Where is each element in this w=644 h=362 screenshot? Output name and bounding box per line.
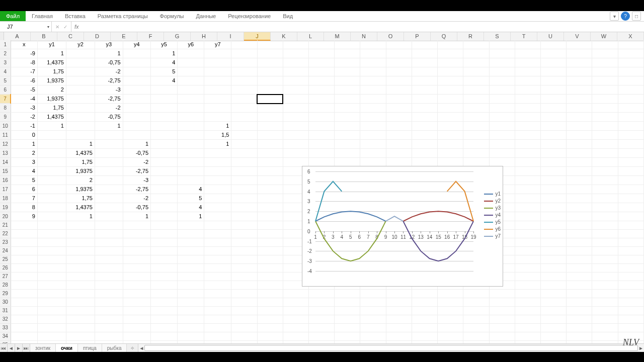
cell[interactable] [204, 212, 231, 221]
cell[interactable] [618, 185, 643, 194]
cell[interactable] [257, 203, 283, 212]
cell[interactable] [257, 307, 283, 315]
cell[interactable] [463, 104, 489, 113]
cell[interactable] [204, 324, 231, 332]
cell[interactable] [178, 158, 204, 167]
cell[interactable] [283, 307, 308, 315]
cell[interactable] [335, 122, 360, 131]
cell[interactable] [618, 40, 643, 49]
cell[interactable] [618, 203, 643, 212]
cell[interactable] [618, 281, 643, 290]
cell[interactable] [540, 230, 566, 238]
cell[interactable]: 5 [11, 176, 37, 185]
cell[interactable] [283, 131, 308, 140]
cell[interactable] [204, 104, 231, 113]
cell[interactable] [386, 85, 412, 95]
cell[interactable]: 5 [151, 67, 178, 76]
cell[interactable] [204, 264, 231, 273]
cell[interactable] [283, 298, 308, 307]
cell[interactable] [489, 140, 515, 149]
cell[interactable] [231, 158, 257, 167]
cell[interactable] [540, 67, 566, 76]
cell[interactable] [37, 332, 66, 341]
cell[interactable] [489, 58, 515, 67]
cell[interactable] [123, 238, 151, 247]
cell[interactable] [95, 230, 123, 238]
sheet-tab[interactable]: птица [78, 344, 102, 352]
cell[interactable] [37, 131, 66, 140]
cell[interactable] [151, 185, 178, 194]
cell[interactable] [335, 290, 360, 298]
cell[interactable] [95, 203, 123, 212]
cell[interactable] [489, 298, 515, 307]
cell[interactable] [66, 122, 95, 131]
cell[interactable] [178, 221, 204, 230]
cell[interactable] [66, 58, 95, 67]
cell[interactable] [11, 221, 37, 230]
cell[interactable] [257, 67, 283, 76]
cell[interactable] [231, 104, 257, 113]
column-header[interactable]: E [111, 32, 137, 41]
cell[interactable] [489, 95, 515, 104]
cell[interactable] [592, 281, 618, 290]
cell[interactable]: 1 [204, 140, 231, 149]
cell[interactable] [412, 95, 437, 104]
cell[interactable]: -7 [11, 67, 37, 76]
cell[interactable] [231, 315, 257, 324]
cell[interactable] [540, 194, 566, 203]
cell[interactable] [463, 113, 489, 122]
cell[interactable]: -2 [95, 104, 123, 113]
cell[interactable] [438, 67, 463, 76]
cell[interactable]: y7 [204, 40, 231, 49]
column-header[interactable]: X [617, 32, 644, 41]
cell[interactable] [335, 67, 360, 76]
cell[interactable] [123, 122, 151, 131]
cell[interactable] [463, 298, 489, 307]
cell[interactable] [37, 273, 66, 281]
cell[interactable] [151, 247, 178, 255]
cell[interactable] [360, 324, 386, 332]
cell[interactable] [515, 40, 540, 49]
cell[interactable] [438, 40, 463, 49]
cell[interactable] [257, 230, 283, 238]
cell[interactable] [386, 324, 412, 332]
cell[interactable] [592, 255, 618, 264]
cell[interactable] [231, 255, 257, 264]
cell[interactable]: 2 [11, 149, 37, 158]
cell[interactable] [515, 203, 540, 212]
cell[interactable] [151, 255, 178, 264]
cell[interactable] [540, 140, 566, 149]
cell[interactable] [37, 158, 66, 167]
cell[interactable] [335, 113, 360, 122]
cell[interactable] [592, 307, 618, 315]
cell[interactable] [386, 158, 412, 167]
cell[interactable] [515, 85, 540, 95]
cell[interactable] [308, 324, 334, 332]
cell[interactable] [123, 332, 151, 341]
cell[interactable] [95, 149, 123, 158]
cell[interactable] [257, 185, 283, 194]
cell[interactable] [618, 49, 643, 58]
cell[interactable] [204, 307, 231, 315]
cell[interactable] [308, 58, 334, 67]
cell[interactable] [515, 131, 540, 140]
cell[interactable] [151, 113, 178, 122]
ribbon-tab[interactable]: Формулы [154, 11, 190, 21]
cell[interactable] [308, 49, 334, 58]
cell[interactable] [123, 264, 151, 273]
cell[interactable] [592, 49, 618, 58]
column-header[interactable]: O [377, 32, 404, 41]
cell[interactable] [257, 140, 283, 149]
row-header[interactable]: 21 [0, 221, 11, 230]
cell[interactable] [151, 315, 178, 324]
cell[interactable] [123, 230, 151, 238]
cell[interactable] [618, 238, 643, 247]
row-header[interactable]: 25 [0, 255, 11, 264]
cell[interactable] [592, 167, 618, 176]
cell[interactable] [489, 104, 515, 113]
cell[interactable] [515, 324, 540, 332]
cell[interactable]: 0 [11, 131, 37, 140]
cell[interactable] [178, 298, 204, 307]
cell[interactable] [386, 307, 412, 315]
sheet-tab[interactable]: рыбка [102, 344, 127, 352]
